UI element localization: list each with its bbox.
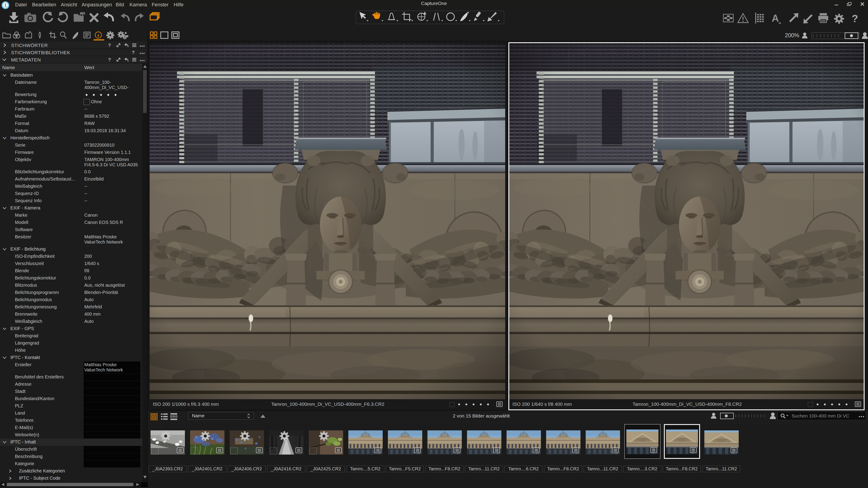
svg-text:?: ? bbox=[108, 57, 111, 62]
svg-text:?: ? bbox=[108, 43, 111, 48]
svg-text:?: ? bbox=[132, 50, 135, 55]
svg-text:?: ? bbox=[852, 13, 858, 24]
svg-text:1: 1 bbox=[4, 2, 7, 8]
svg-text:A: A bbox=[772, 13, 779, 24]
